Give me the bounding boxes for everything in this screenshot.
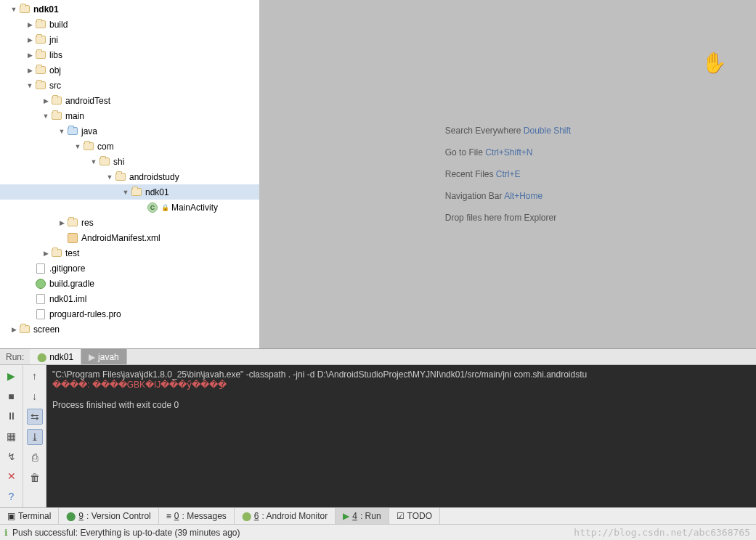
tree-node-manifest[interactable]: AndroidManifest.xml	[0, 230, 259, 245]
tree-node-src[interactable]: src	[0, 78, 259, 93]
tree-node-root[interactable]: ndk01	[0, 1, 259, 17]
run-toolbar-left: ▶ ■ ⏸ ▦ ↯ ✕ ?	[0, 365, 23, 507]
console-command: "C:\Program Files\java\jdk1.8.0_25\bin\j…	[52, 369, 587, 380]
expand-icon[interactable]	[42, 250, 49, 257]
node-label: test	[65, 248, 79, 258]
package-icon	[115, 171, 126, 183]
folder-icon	[51, 95, 62, 107]
tree-node-res[interactable]: res	[0, 215, 259, 230]
tab-run[interactable]: ▶4: Run	[336, 508, 389, 524]
tab-android-monitor[interactable]: ⬤6: Android Monitor	[235, 508, 336, 524]
run-panel: Run: ⬤ndk01 ▶javah ▶ ■ ⏸ ▦ ↯ ✕ ? ↑ ↓ ⇆ ⤓…	[0, 348, 756, 507]
folder-icon	[35, 80, 46, 91]
package-icon	[131, 187, 142, 198]
node-label: res	[81, 218, 94, 228]
expand-icon[interactable]	[10, 6, 17, 13]
tree-node-libs[interactable]: libs	[0, 47, 259, 62]
tree-node-java[interactable]: java	[0, 123, 259, 139]
tree-node-iml[interactable]: ndk01.iml	[0, 291, 259, 306]
expand-icon[interactable]	[26, 82, 33, 89]
tree-node-ndk01-package[interactable]: ndk01	[0, 184, 259, 200]
tree-node-jni[interactable]: jni	[0, 32, 259, 47]
tree-node-mainactivity[interactable]: C🔒MainActivity	[0, 200, 259, 215]
node-label: ndk01	[145, 187, 169, 197]
node-label: androidTest	[65, 96, 110, 106]
resource-folder-icon	[67, 217, 78, 229]
node-label: build.gradle	[49, 279, 94, 289]
expand-icon[interactable]	[58, 128, 65, 135]
tab-version-control[interactable]: ⬤9: Version Control	[59, 508, 158, 524]
console-error: ����: ����GBK�IJ���ӳ���ַ�	[52, 380, 227, 390]
folder-icon	[35, 49, 46, 61]
tree-node-screen[interactable]: screen	[0, 322, 259, 337]
node-label: jni	[49, 35, 58, 45]
folder-icon	[51, 248, 62, 259]
expand-icon[interactable]	[26, 36, 33, 44]
tree-node-proguard[interactable]: proguard-rules.pro	[0, 306, 259, 322]
tree-node-com[interactable]: com	[0, 139, 259, 154]
expand-icon[interactable]	[26, 67, 33, 74]
node-label: MainActivity	[171, 202, 218, 213]
hint-recent: Recent Files Ctrl+E	[445, 169, 571, 179]
expand-icon[interactable]	[58, 219, 65, 226]
help-button[interactable]: ?	[4, 488, 20, 504]
tree-node-gitignore[interactable]: .gitignore	[0, 261, 259, 276]
tree-node-androidstudy[interactable]: androidstudy	[0, 169, 259, 184]
expand-icon[interactable]	[90, 158, 97, 165]
tab-todo[interactable]: ☑TODO	[389, 508, 440, 524]
folder-icon	[35, 34, 46, 46]
tree-node-test[interactable]: test	[0, 245, 259, 261]
tree-node-build[interactable]: build	[0, 17, 259, 32]
tab-messages[interactable]: ≡0: Messages	[159, 508, 235, 524]
expand-icon[interactable]	[42, 112, 49, 120]
node-label: androidstudy	[129, 172, 179, 182]
down-button[interactable]: ↓	[27, 388, 43, 404]
folder-icon	[35, 19, 46, 30]
project-tree[interactable]: ndk01 build jni libs obj src androidTest…	[0, 0, 260, 348]
console-output[interactable]: "C:\Program Files\java\jdk1.8.0_25\bin\j…	[46, 365, 756, 507]
node-label: main	[65, 111, 84, 121]
file-icon	[35, 293, 46, 305]
expand-icon[interactable]	[122, 189, 129, 196]
dump-button[interactable]: ▦	[4, 428, 20, 444]
node-label: screen	[33, 324, 60, 335]
up-button[interactable]: ↑	[27, 368, 43, 384]
expand-icon[interactable]	[106, 173, 113, 181]
run-tab-javah[interactable]: ▶javah	[81, 349, 127, 364]
node-label: proguard-rules.pro	[49, 309, 121, 319]
todo-icon: ☑	[397, 511, 405, 521]
bottom-tool-bar: ▣Terminal ⬤9: Version Control ≡0: Messag…	[0, 507, 756, 524]
node-label: obj	[49, 65, 61, 75]
soft-wrap-button[interactable]: ⇆	[27, 409, 43, 425]
node-label: ndk01	[33, 4, 59, 15]
editor-empty-area[interactable]: ✋ Search Everywhere Double Shift Go to F…	[260, 0, 756, 348]
tree-node-obj[interactable]: obj	[0, 62, 259, 78]
tree-node-androidtest[interactable]: androidTest	[0, 93, 259, 108]
node-label: AndroidManifest.xml	[81, 233, 160, 243]
scroll-to-end-button[interactable]: ⤓	[27, 429, 43, 445]
source-folder-icon	[67, 126, 78, 137]
package-icon	[99, 156, 110, 168]
restore-layout-button[interactable]: ↯	[4, 449, 20, 465]
expand-icon[interactable]	[26, 52, 33, 59]
tree-node-shi[interactable]: shi	[0, 154, 259, 169]
close-button[interactable]: ✕	[4, 469, 20, 485]
tab-terminal[interactable]: ▣Terminal	[0, 508, 59, 524]
stop-button[interactable]: ■	[4, 388, 20, 404]
pause-button[interactable]: ⏸	[4, 408, 20, 424]
rerun-button[interactable]: ▶	[4, 368, 20, 384]
expand-icon[interactable]	[10, 326, 17, 333]
hint-drop: Drop files here from Explorer	[445, 213, 571, 223]
tree-node-main[interactable]: main	[0, 108, 259, 123]
run-tab-ndk01[interactable]: ⬤ndk01	[30, 349, 81, 364]
shortcut: Ctrl+E	[496, 169, 521, 179]
tree-node-buildgradle[interactable]: build.gradle	[0, 276, 259, 291]
expand-icon[interactable]	[26, 21, 33, 28]
expand-icon[interactable]	[42, 97, 49, 105]
expand-icon[interactable]	[74, 143, 81, 150]
clear-button[interactable]: 🗑	[27, 470, 43, 486]
node-label: src	[49, 81, 61, 91]
run-toolbar-right: ↑ ↓ ⇆ ⤓ ⎙ 🗑	[23, 365, 46, 507]
file-icon	[35, 263, 46, 274]
print-button[interactable]: ⎙	[27, 449, 43, 465]
